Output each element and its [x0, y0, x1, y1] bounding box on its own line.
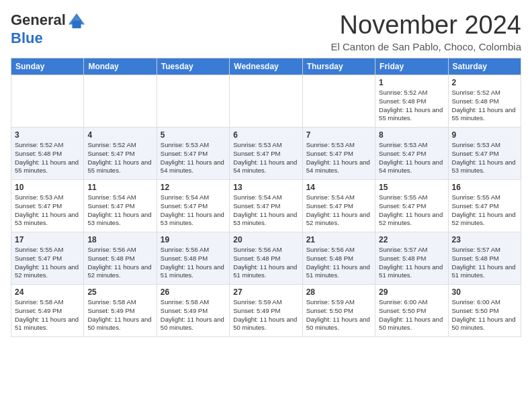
day-info: Sunrise: 5:59 AM Sunset: 5:50 PM Dayligh…: [306, 298, 371, 332]
day-info: Sunrise: 6:00 AM Sunset: 5:50 PM Dayligh…: [452, 298, 517, 332]
day-info: Sunrise: 5:52 AM Sunset: 5:48 PM Dayligh…: [379, 89, 444, 123]
day-info: Sunrise: 5:57 AM Sunset: 5:48 PM Dayligh…: [452, 246, 517, 280]
calendar-cell: 28Sunrise: 5:59 AM Sunset: 5:50 PM Dayli…: [302, 285, 375, 337]
calendar-cell: 23Sunrise: 5:57 AM Sunset: 5:48 PM Dayli…: [448, 232, 521, 285]
calendar-cell: 1Sunrise: 5:52 AM Sunset: 5:48 PM Daylig…: [375, 75, 448, 128]
calendar-cell: 19Sunrise: 5:56 AM Sunset: 5:48 PM Dayli…: [157, 232, 229, 285]
day-number: 27: [233, 287, 298, 297]
calendar-cell: 2Sunrise: 5:52 AM Sunset: 5:48 PM Daylig…: [448, 75, 521, 128]
calendar-week-row: 3Sunrise: 5:52 AM Sunset: 5:48 PM Daylig…: [11, 128, 521, 180]
calendar-cell: 12Sunrise: 5:54 AM Sunset: 5:47 PM Dayli…: [157, 180, 229, 232]
day-number: 5: [161, 130, 226, 140]
day-info: Sunrise: 5:56 AM Sunset: 5:48 PM Dayligh…: [161, 246, 226, 280]
day-info: Sunrise: 6:00 AM Sunset: 5:50 PM Dayligh…: [379, 298, 444, 332]
day-number: 14: [306, 183, 371, 192]
day-number: 6: [233, 130, 298, 140]
day-info: Sunrise: 5:58 AM Sunset: 5:49 PM Dayligh…: [87, 298, 152, 332]
calendar-cell: 21Sunrise: 5:56 AM Sunset: 5:48 PM Dayli…: [302, 232, 375, 285]
day-number: 7: [306, 130, 371, 140]
day-info: Sunrise: 5:55 AM Sunset: 5:47 PM Dayligh…: [452, 193, 517, 228]
day-info: Sunrise: 5:53 AM Sunset: 5:47 PM Dayligh…: [15, 193, 80, 228]
calendar-week-row: 24Sunrise: 5:58 AM Sunset: 5:49 PM Dayli…: [11, 285, 521, 337]
day-number: 3: [15, 130, 80, 140]
day-number: 26: [161, 287, 226, 297]
calendar-cell: 9Sunrise: 5:53 AM Sunset: 5:47 PM Daylig…: [448, 128, 521, 180]
location: El Canton de San Pablo, Choco, Colombia: [330, 41, 521, 52]
day-number: 25: [87, 287, 152, 297]
day-number: 8: [379, 130, 444, 140]
calendar-week-row: 10Sunrise: 5:53 AM Sunset: 5:47 PM Dayli…: [11, 180, 521, 232]
page-header: General Blue November 2024 El Canton de …: [11, 11, 521, 52]
calendar-cell: 26Sunrise: 5:58 AM Sunset: 5:49 PM Dayli…: [157, 285, 229, 337]
day-info: Sunrise: 5:57 AM Sunset: 5:48 PM Dayligh…: [379, 246, 444, 280]
day-number: 18: [87, 235, 152, 244]
calendar-cell: 10Sunrise: 5:53 AM Sunset: 5:47 PM Dayli…: [11, 180, 84, 232]
day-info: Sunrise: 5:54 AM Sunset: 5:47 PM Dayligh…: [233, 193, 298, 228]
day-number: 11: [87, 183, 152, 192]
day-number: 10: [15, 183, 80, 192]
day-number: 20: [233, 235, 298, 244]
day-number: 13: [233, 183, 298, 192]
calendar-cell: 24Sunrise: 5:58 AM Sunset: 5:49 PM Dayli…: [11, 285, 84, 337]
day-info: Sunrise: 5:55 AM Sunset: 5:47 PM Dayligh…: [15, 246, 80, 280]
day-info: Sunrise: 5:54 AM Sunset: 5:47 PM Dayligh…: [161, 193, 226, 228]
title-section: November 2024 El Canton de San Pablo, Ch…: [330, 11, 521, 52]
calendar-cell: 4Sunrise: 5:52 AM Sunset: 5:47 PM Daylig…: [84, 128, 157, 180]
weekday-header-wednesday: Wednesday: [230, 58, 302, 75]
day-info: Sunrise: 5:54 AM Sunset: 5:47 PM Dayligh…: [306, 193, 371, 228]
day-number: 24: [15, 287, 80, 297]
day-info: Sunrise: 5:59 AM Sunset: 5:49 PM Dayligh…: [233, 298, 298, 332]
calendar-cell: 20Sunrise: 5:56 AM Sunset: 5:48 PM Dayli…: [230, 232, 302, 285]
calendar-cell: 22Sunrise: 5:57 AM Sunset: 5:48 PM Dayli…: [375, 232, 448, 285]
calendar-cell: [11, 75, 84, 128]
calendar-cell: 16Sunrise: 5:55 AM Sunset: 5:47 PM Dayli…: [448, 180, 521, 232]
weekday-header-thursday: Thursday: [302, 58, 375, 75]
day-number: 1: [379, 78, 444, 87]
day-info: Sunrise: 5:52 AM Sunset: 5:47 PM Dayligh…: [87, 141, 152, 175]
day-info: Sunrise: 5:53 AM Sunset: 5:47 PM Dayligh…: [233, 141, 298, 175]
day-info: Sunrise: 5:56 AM Sunset: 5:48 PM Dayligh…: [306, 246, 371, 280]
calendar-cell: 15Sunrise: 5:55 AM Sunset: 5:47 PM Dayli…: [375, 180, 448, 232]
calendar-cell: 8Sunrise: 5:53 AM Sunset: 5:47 PM Daylig…: [375, 128, 448, 180]
weekday-header-sunday: Sunday: [11, 58, 84, 75]
day-number: 22: [379, 235, 444, 244]
calendar-header-row: SundayMondayTuesdayWednesdayThursdayFrid…: [11, 58, 521, 75]
calendar-cell: [84, 75, 157, 128]
calendar-cell: 6Sunrise: 5:53 AM Sunset: 5:47 PM Daylig…: [230, 128, 302, 180]
day-number: 12: [161, 183, 226, 192]
day-info: Sunrise: 5:56 AM Sunset: 5:48 PM Dayligh…: [233, 246, 298, 280]
day-number: 9: [452, 130, 517, 140]
calendar-cell: [230, 75, 302, 128]
weekday-header-saturday: Saturday: [448, 58, 521, 75]
day-info: Sunrise: 5:53 AM Sunset: 5:47 PM Dayligh…: [161, 141, 226, 175]
day-number: 4: [87, 130, 152, 140]
calendar-cell: 13Sunrise: 5:54 AM Sunset: 5:47 PM Dayli…: [230, 180, 302, 232]
month-title: November 2024: [330, 11, 521, 40]
day-info: Sunrise: 5:53 AM Sunset: 5:47 PM Dayligh…: [306, 141, 371, 175]
day-number: 23: [452, 235, 517, 244]
calendar-cell: 25Sunrise: 5:58 AM Sunset: 5:49 PM Dayli…: [84, 285, 157, 337]
day-info: Sunrise: 5:52 AM Sunset: 5:48 PM Dayligh…: [15, 141, 80, 175]
weekday-header-friday: Friday: [375, 58, 448, 75]
day-number: 29: [379, 287, 444, 297]
weekday-header-monday: Monday: [84, 58, 157, 75]
logo-blue-text: Blue: [11, 30, 43, 47]
logo-icon: [67, 11, 86, 30]
calendar-cell: 27Sunrise: 5:59 AM Sunset: 5:49 PM Dayli…: [230, 285, 302, 337]
logo: General Blue: [11, 11, 86, 47]
calendar-cell: 14Sunrise: 5:54 AM Sunset: 5:47 PM Dayli…: [302, 180, 375, 232]
calendar-cell: [302, 75, 375, 128]
weekday-header-tuesday: Tuesday: [157, 58, 229, 75]
day-number: 19: [161, 235, 226, 244]
calendar-cell: [157, 75, 229, 128]
day-info: Sunrise: 5:55 AM Sunset: 5:47 PM Dayligh…: [379, 193, 444, 228]
svg-marker-1: [72, 21, 81, 28]
calendar-cell: 30Sunrise: 6:00 AM Sunset: 5:50 PM Dayli…: [448, 285, 521, 337]
calendar-cell: 11Sunrise: 5:54 AM Sunset: 5:47 PM Dayli…: [84, 180, 157, 232]
day-number: 30: [452, 287, 517, 297]
calendar-cell: 3Sunrise: 5:52 AM Sunset: 5:48 PM Daylig…: [11, 128, 84, 180]
day-info: Sunrise: 5:52 AM Sunset: 5:48 PM Dayligh…: [452, 89, 517, 123]
calendar-cell: 29Sunrise: 6:00 AM Sunset: 5:50 PM Dayli…: [375, 285, 448, 337]
day-info: Sunrise: 5:56 AM Sunset: 5:48 PM Dayligh…: [87, 246, 152, 280]
calendar-cell: 18Sunrise: 5:56 AM Sunset: 5:48 PM Dayli…: [84, 232, 157, 285]
